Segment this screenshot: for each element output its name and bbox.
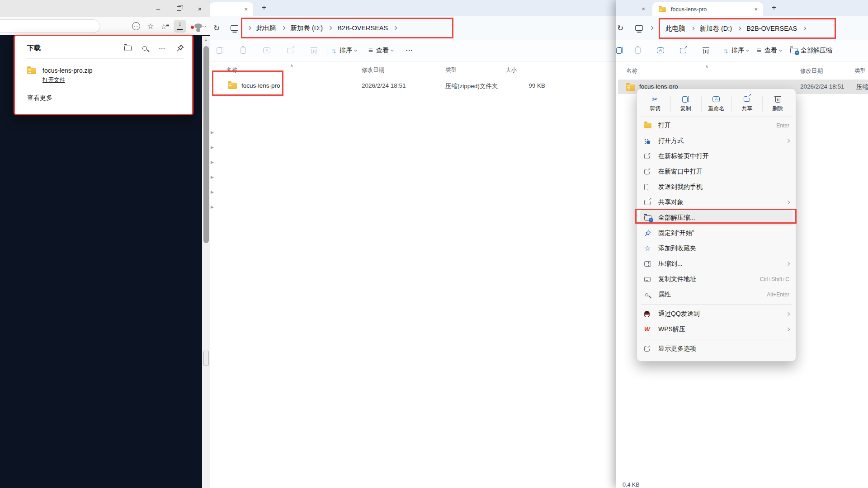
- context-menu-quick-actions: ✂ 剪切 复制 A 重命名 共享 删除: [640, 91, 793, 117]
- cut-action[interactable]: ✂ 剪切: [640, 91, 670, 116]
- scrollbar-thumb-secondary[interactable]: [203, 351, 209, 366]
- menu-item-copy-path[interactable]: 复制文件地址 Ctrl+Shift+C: [640, 272, 793, 287]
- breadcrumb-this-pc[interactable]: 此电脑: [256, 24, 276, 33]
- browser-scrollbar[interactable]: ▲: [202, 36, 210, 488]
- sort-icon: ↑↓: [723, 47, 728, 54]
- folder-icon: [644, 123, 651, 128]
- search-downloads-icon[interactable]: [142, 46, 147, 51]
- rename-button[interactable]: A: [651, 43, 670, 58]
- downloads-button[interactable]: ↓: [174, 20, 186, 33]
- minimize-button[interactable]: –: [148, 0, 169, 17]
- open-new-tab-icon: [644, 154, 650, 159]
- paste-button[interactable]: [629, 43, 647, 58]
- column-header-name[interactable]: 名称: [226, 66, 237, 74]
- column-header-size[interactable]: 大小: [505, 66, 517, 74]
- cut-copy-button[interactable]: [613, 43, 626, 58]
- show-more-options-icon: [644, 346, 650, 352]
- address-bar[interactable]: [0, 19, 100, 33]
- refresh-icon[interactable]: ↻: [213, 23, 220, 33]
- column-header-type[interactable]: 类型: [445, 66, 457, 74]
- download-filename[interactable]: focus-lens-pro.zip: [42, 67, 93, 74]
- tree-expand-icon[interactable]: ▶: [211, 160, 214, 164]
- copy-action[interactable]: 复制: [670, 91, 701, 116]
- collections-icon[interactable]: ☆: [161, 23, 167, 30]
- rename-button[interactable]: A: [258, 43, 276, 58]
- menu-item-show-more-options[interactable]: 显示更多选项: [640, 341, 793, 357]
- breadcrumb-drive-d[interactable]: 新加卷 (D:): [700, 24, 732, 33]
- restore-button[interactable]: [169, 0, 189, 17]
- menu-item-wps-extract[interactable]: W WPS解压: [640, 322, 793, 337]
- see-more-link[interactable]: 查看更多: [27, 94, 184, 102]
- breadcrumb-this-pc[interactable]: 此电脑: [665, 24, 685, 33]
- menu-label: 打开方式: [658, 137, 787, 145]
- menu-item-send-via-qq[interactable]: 通过QQ发送到: [640, 306, 793, 322]
- paste-button[interactable]: [234, 43, 252, 58]
- cut-copy-button[interactable]: [211, 43, 229, 58]
- menu-item-open[interactable]: 打开 Enter: [640, 118, 793, 133]
- column-header-date[interactable]: 修改日期: [800, 67, 823, 75]
- menu-item-pin-to-start[interactable]: 固定到“开始”: [640, 225, 793, 241]
- mid-new-tab-button[interactable]: +: [262, 3, 266, 12]
- menu-item-open-new-tab[interactable]: 在新标签页中打开: [640, 149, 793, 164]
- file-date: 2026/2/24 18:51: [800, 83, 844, 90]
- copy-label: 复制: [680, 105, 691, 113]
- more-commands-icon[interactable]: ···: [406, 47, 413, 54]
- tab-close-icon[interactable]: ×: [642, 5, 645, 12]
- sort-button[interactable]: ↑↓ 排序: [723, 47, 749, 55]
- menu-item-send-to-phone[interactable]: 发送到我的手机: [640, 179, 793, 195]
- scroll-up-icon[interactable]: ▲: [202, 38, 210, 42]
- open-downloads-folder-icon[interactable]: [124, 46, 132, 51]
- share-button[interactable]: [674, 43, 692, 58]
- column-header-name[interactable]: 名称: [626, 67, 637, 75]
- right-background-tab[interactable]: ×: [616, 2, 650, 15]
- breadcrumb-drive-d[interactable]: 新加卷 (D:): [291, 24, 323, 33]
- tree-expand-icon[interactable]: ▶: [211, 190, 214, 194]
- extensions-icon[interactable]: ···: [132, 22, 140, 30]
- tree-expand-icon[interactable]: ▶: [211, 145, 214, 150]
- copy-path-icon: [644, 277, 651, 282]
- rename-label: 重命名: [708, 105, 724, 113]
- menu-label: 复制文件地址: [658, 275, 760, 283]
- downloads-more-icon[interactable]: ···: [159, 46, 165, 51]
- close-button[interactable]: ×: [189, 0, 210, 17]
- menu-item-open-with[interactable]: 打开方式: [640, 133, 793, 149]
- favorite-star-icon[interactable]: ☆: [147, 23, 154, 30]
- delete-icon: [311, 49, 316, 54]
- menu-item-extract-all[interactable]: 全部解压缩...: [640, 210, 793, 225]
- right-new-tab-button[interactable]: +: [772, 3, 776, 12]
- download-item[interactable]: focus-lens-pro.zip 打开文件: [27, 67, 184, 84]
- column-header-type[interactable]: 类型: [854, 67, 866, 75]
- breadcrumb-folder[interactable]: B2B-OVERSEAS: [746, 25, 797, 32]
- share-button[interactable]: [281, 43, 299, 58]
- column-header-date[interactable]: 修改日期: [362, 66, 384, 74]
- rename-action[interactable]: A 重命名: [701, 91, 732, 116]
- scrollbar-thumb[interactable]: [203, 46, 209, 243]
- breadcrumb-folder[interactable]: B2B-OVERSEAS: [337, 24, 388, 32]
- tree-expand-icon[interactable]: ▶: [211, 175, 214, 179]
- tab-close-icon[interactable]: ×: [754, 6, 758, 13]
- pin-downloads-icon[interactable]: [176, 44, 184, 52]
- tree-expand-icon[interactable]: ▶: [211, 205, 214, 209]
- mid-active-tab[interactable]: ×: [210, 2, 253, 16]
- menu-item-properties[interactable]: 属性 Alt+Enter: [640, 287, 793, 302]
- zip-folder-icon: [659, 7, 666, 12]
- delete-button[interactable]: [305, 43, 323, 58]
- menu-item-open-new-window[interactable]: 在新窗口中打开: [640, 164, 793, 179]
- view-button[interactable]: ≡ 查看: [757, 46, 782, 55]
- tab-close-icon[interactable]: ×: [244, 6, 248, 13]
- sort-button[interactable]: ↑↓ 排序: [331, 47, 357, 55]
- delete-action[interactable]: 删除: [762, 91, 793, 116]
- extract-all-button[interactable]: 全部解压缩: [790, 47, 835, 55]
- menu-item-compress-to[interactable]: 压缩到...: [640, 256, 793, 272]
- tree-expand-icon[interactable]: ▶: [211, 130, 214, 135]
- menu-item-add-favorites[interactable]: ☆ 添加到收藏夹: [640, 241, 793, 256]
- right-active-tab[interactable]: focus-lens-pro ×: [652, 2, 763, 16]
- refresh-icon[interactable]: ↻: [617, 23, 623, 33]
- delete-button[interactable]: [697, 43, 715, 58]
- copy-icon: [217, 47, 223, 54]
- menu-item-share-to[interactable]: 共享对象: [640, 195, 793, 210]
- open-file-link[interactable]: 打开文件: [42, 76, 65, 84]
- file-name[interactable]: focus-lens-pro: [241, 82, 280, 89]
- view-button[interactable]: ≡ 查看: [368, 46, 393, 55]
- share-action[interactable]: 共享: [731, 91, 762, 116]
